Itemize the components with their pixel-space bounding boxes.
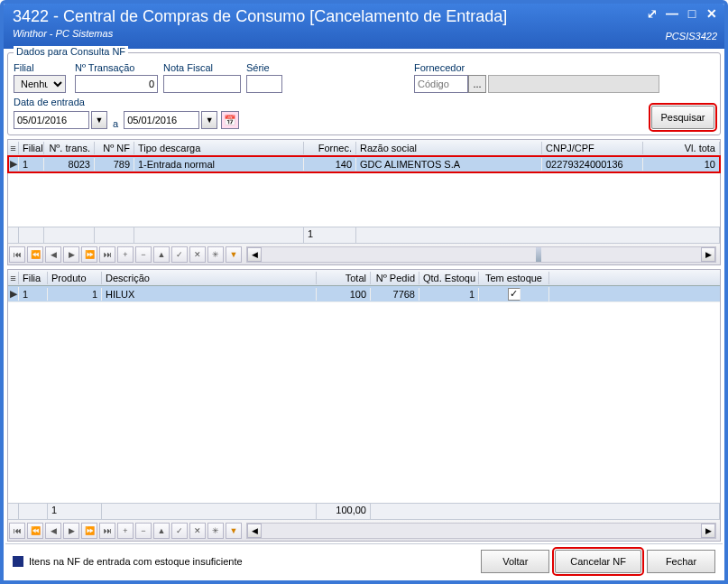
fechar-button[interactable]: Fechar — [647, 550, 715, 573]
col-vltotal[interactable]: Vl. tota — [643, 142, 720, 154]
bottom-bar: Itens na NF de entrada com estoque insuf… — [5, 543, 723, 579]
nav-cancel[interactable]: ✕ — [189, 523, 206, 539]
window-title: 3422 - Central de Compras de Consumo [Ca… — [13, 7, 715, 26]
scroll-thumb[interactable] — [536, 247, 541, 262]
grid1-navbar: ⏮ ⏪ ◀ ▶ ⏩ ⏭ + − ▲ ✓ ✕ ✳ ▼ ◀ ▶ — [8, 243, 720, 264]
col2-tem[interactable]: Tem estoque — [479, 272, 549, 284]
nav-prevpage[interactable]: ⏪ — [27, 246, 43, 263]
grid2-hscroll[interactable]: ◀ ▶ — [246, 523, 716, 539]
nav-delete[interactable]: − — [135, 523, 152, 539]
titlebar: 3422 - Central de Compras de Consumo [Ca… — [4, 4, 724, 49]
a-label: a — [113, 118, 118, 129]
nav-filter-icon[interactable]: ▼ — [226, 523, 242, 539]
nav-next[interactable]: ▶ — [63, 246, 79, 263]
nav-refresh[interactable]: ✳ — [207, 523, 224, 539]
fornecedor-input[interactable] — [414, 75, 468, 93]
nav-filter-icon[interactable]: ▼ — [226, 246, 242, 263]
nav-prevpage[interactable]: ⏪ — [27, 523, 43, 539]
scroll-left-icon[interactable]: ◀ — [247, 247, 262, 262]
tem-estoque-checkbox[interactable]: ✓ — [508, 288, 521, 301]
window-code: PCSIS3422 — [666, 31, 717, 42]
nav-post[interactable]: ✓ — [171, 523, 188, 539]
data-inicio-dropdown[interactable]: ▼ — [91, 111, 107, 129]
col-cnpj[interactable]: CNPJ/CPF — [542, 142, 643, 154]
filial-select[interactable]: Nenhum — [14, 75, 66, 93]
scroll-left-icon[interactable]: ◀ — [247, 524, 262, 538]
nav-last[interactable]: ⏭ — [99, 523, 115, 539]
nav-edit[interactable]: ▲ — [153, 523, 170, 539]
col-nnf[interactable]: Nº NF — [95, 142, 134, 154]
col-razao[interactable]: Razão social — [356, 142, 542, 154]
nav-last[interactable]: ⏭ — [99, 246, 115, 263]
ntrans-input[interactable] — [75, 75, 158, 93]
nav-add[interactable]: + — [117, 523, 134, 539]
col2-total[interactable]: Total — [317, 272, 371, 284]
grid2-navbar: ⏮ ⏪ ◀ ▶ ⏩ ⏭ + − ▲ ✓ ✕ ✳ ▼ ◀ ▶ — [8, 519, 720, 541]
nf-input[interactable] — [163, 75, 241, 93]
window: 3422 - Central de Compras de Consumo [Ca… — [0, 0, 728, 584]
table-row[interactable]: ▶ 1 1 HILUX 100 7768 1 ✓ — [8, 286, 720, 302]
grid1-hscroll[interactable]: ◀ ▶ — [246, 246, 716, 263]
footer2-total: 100,00 — [317, 504, 371, 519]
maximize-icon[interactable]: □ — [685, 7, 699, 20]
nav-nextpage[interactable]: ⏩ — [81, 246, 97, 263]
search-group: Dados para Consulta NF Filial Nenhum Nº … — [7, 52, 721, 135]
data-entrada-label: Data de entrada — [14, 97, 85, 107]
serie-label: Série — [246, 62, 282, 73]
footer-count: 1 — [304, 227, 356, 243]
col2-produto[interactable]: Produto — [48, 272, 102, 284]
window-subtitle: Winthor - PC Sistemas — [13, 28, 715, 39]
nav-first[interactable]: ⏮ — [9, 523, 25, 539]
col-fornec[interactable]: Fornec. — [304, 142, 356, 154]
calendar-button[interactable]: 📅 — [221, 111, 239, 129]
filial-label: Filial — [14, 62, 69, 73]
footer2-count: 1 — [48, 504, 102, 519]
nav-prev[interactable]: ◀ — [45, 246, 61, 263]
nav-post[interactable]: ✓ — [171, 246, 188, 263]
nav-cancel[interactable]: ✕ — [189, 246, 206, 263]
col2-filial[interactable]: Filia — [19, 272, 48, 284]
nav-edit[interactable]: ▲ — [153, 246, 170, 263]
cancelar-nf-button[interactable]: Cancelar NF — [555, 550, 641, 573]
nav-first[interactable]: ⏮ — [9, 246, 25, 263]
nav-refresh[interactable]: ✳ — [207, 246, 224, 263]
fornecedor-lookup-button[interactable]: ... — [468, 75, 486, 93]
pesquisar-button[interactable]: Pesquisar — [651, 106, 714, 129]
row-indicator-icon: ▶ — [8, 157, 19, 171]
nav-add[interactable]: + — [117, 246, 134, 263]
data-fim-input[interactable] — [124, 111, 199, 129]
restore-icon[interactable]: ⤢ — [645, 7, 659, 20]
voltar-button[interactable]: Voltar — [481, 550, 549, 573]
serie-input[interactable] — [246, 75, 282, 93]
scroll-right-icon[interactable]: ▶ — [701, 247, 715, 262]
nav-prev[interactable]: ◀ — [45, 523, 61, 539]
data-fim-dropdown[interactable]: ▼ — [201, 111, 217, 129]
nav-nextpage[interactable]: ⏩ — [81, 523, 97, 539]
data-inicio-input[interactable] — [14, 111, 89, 129]
col-ntrans[interactable]: Nº. trans. — [44, 142, 95, 154]
item-grid: ≡ Filia Produto Descrição Total Nº Pedid… — [7, 269, 721, 542]
col2-qtd[interactable]: Qtd. Estoqu — [419, 272, 479, 284]
fornecedor-name-display — [488, 75, 659, 93]
col2-desc[interactable]: Descrição — [102, 272, 317, 284]
legend-color-icon — [13, 556, 23, 567]
nav-delete[interactable]: − — [135, 246, 152, 263]
scroll-right-icon[interactable]: ▶ — [701, 524, 715, 538]
col-tipodescarga[interactable]: Tipo descarga — [134, 142, 304, 154]
nav-next[interactable]: ▶ — [63, 523, 79, 539]
nf-label: Nota Fiscal — [163, 62, 241, 73]
legend-text: Itens na NF de entrada com estoque insuf… — [29, 556, 243, 567]
ntrans-label: Nº Transação — [75, 62, 158, 73]
close-icon[interactable]: ✕ — [705, 7, 719, 20]
col-filial[interactable]: Filial — [19, 142, 44, 154]
fornecedor-label: Fornecedor — [414, 62, 659, 73]
minimize-icon[interactable]: — — [665, 7, 679, 20]
table-row[interactable]: ▶ 1 8023 789 1-Entrada normal 140 GDC AL… — [8, 156, 720, 172]
row-indicator-icon: ▶ — [8, 287, 19, 301]
group-title: Dados para Consulta NF — [14, 46, 128, 57]
nf-grid: ≡ Filial Nº. trans. Nº NF Tipo descarga … — [7, 139, 721, 265]
col2-pedido[interactable]: Nº Pedid — [371, 272, 419, 284]
